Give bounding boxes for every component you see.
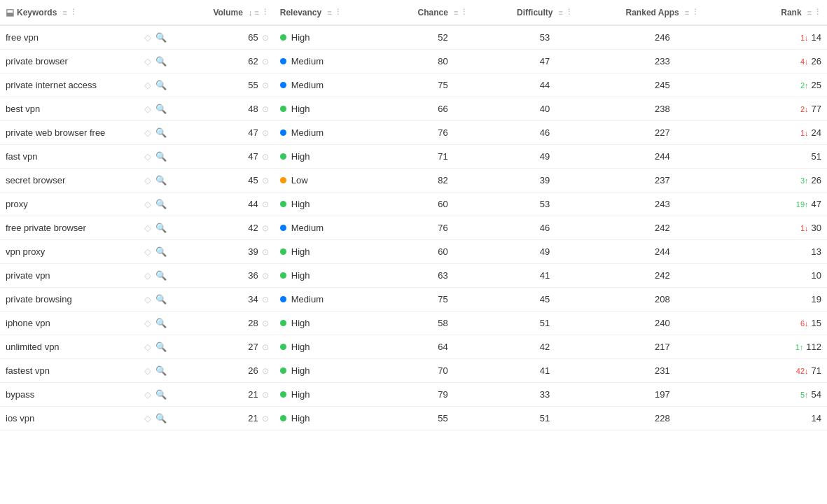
table-row: ios vpn ◇ 🔍 21 ⊙ High 5551228 14	[0, 407, 827, 430]
rank-value: 24	[812, 127, 821, 138]
keyword-hide-icon[interactable]: ◇	[144, 389, 151, 400]
rank-cell: 6↓ 15	[725, 312, 827, 335]
keyword-hide-icon[interactable]: ◇	[144, 104, 151, 114]
rank-value: 47	[812, 199, 821, 209]
chance-value: 71	[438, 151, 447, 162]
keyword-text: private browser	[6, 56, 139, 66]
keyword-hide-icon[interactable]: ◇	[144, 294, 151, 304]
keyword-hide-icon[interactable]: ◇	[144, 199, 151, 209]
difficulty-cell: 33	[490, 383, 600, 407]
keywords-filter-icon[interactable]: ≡	[62, 8, 67, 17]
keyword-search-icon[interactable]: 🔍	[155, 294, 167, 304]
keyword-search-icon[interactable]: 🔍	[155, 389, 167, 400]
keyword-search-icon[interactable]: 🔍	[155, 56, 167, 66]
keyword-hide-icon[interactable]: ◇	[144, 56, 151, 66]
keyword-search-icon[interactable]: 🔍	[155, 80, 167, 90]
keyword-hide-icon[interactable]: ◇	[144, 318, 151, 328]
difficulty-filter-icon[interactable]: ≡	[558, 8, 562, 17]
keyword-search-icon[interactable]: 🔍	[155, 175, 167, 186]
relevancy-cell: High	[274, 240, 396, 264]
col-header-volume: Volume ↓ ≡ ⋮	[172, 0, 274, 25]
relevancy-cell: High	[274, 192, 396, 216]
keyword-hide-icon[interactable]: ◇	[144, 32, 151, 43]
keyword-search-icon[interactable]: 🔍	[155, 342, 167, 352]
difficulty-cell: 46	[490, 121, 600, 145]
ranked-value: 245	[655, 80, 670, 90]
keyword-hide-icon[interactable]: ◇	[144, 175, 151, 186]
volume-value: 42	[248, 223, 258, 233]
keyword-hide-icon[interactable]: ◇	[144, 365, 151, 376]
col-volume-label: Volume	[213, 8, 242, 18]
rank-value: 19	[812, 294, 821, 304]
keyword-cell: private web browser free ◇ 🔍	[0, 121, 172, 145]
keyword-search-icon[interactable]: 🔍	[155, 365, 167, 376]
keyword-search-icon[interactable]: 🔍	[155, 104, 167, 114]
difficulty-value: 53	[540, 199, 550, 209]
relevancy-label: High	[291, 365, 310, 376]
volume-cell: 65 ⊙	[172, 25, 274, 50]
keyword-search-icon[interactable]: 🔍	[155, 32, 167, 43]
ranked-value: 197	[655, 389, 670, 400]
difficulty-more-icon[interactable]: ⋮	[565, 8, 573, 17]
rank-cell: 1↓ 14	[725, 25, 827, 50]
ranked-filter-icon[interactable]: ≡	[685, 8, 689, 17]
keyword-hide-icon[interactable]: ◇	[144, 246, 151, 257]
table-row: secret browser ◇ 🔍 45 ⊙ Low 8239237 3↑ 2…	[0, 169, 827, 192]
col-header-relevancy: Relevancy ≡ ⋮	[274, 0, 396, 25]
relevancy-dot	[280, 82, 286, 88]
volume-cell: 21 ⊙	[172, 383, 274, 407]
volume-chart-icon: ⊙	[262, 390, 269, 400]
keyword-search-icon[interactable]: 🔍	[155, 318, 167, 328]
chance-cell: 55	[396, 407, 489, 430]
chance-value: 64	[438, 342, 447, 352]
relevancy-more-icon[interactable]: ⋮	[334, 8, 342, 17]
keyword-search-icon[interactable]: 🔍	[155, 151, 167, 162]
volume-cell: 45 ⊙	[172, 169, 274, 192]
rank-value: 13	[812, 246, 821, 257]
keyword-hide-icon[interactable]: ◇	[144, 270, 151, 281]
ranked-apps-cell: 231	[599, 359, 725, 383]
relevancy-dot	[280, 344, 286, 350]
keyword-hide-icon[interactable]: ◇	[144, 413, 151, 424]
volume-value: 28	[248, 318, 258, 328]
volume-sort-icon[interactable]: ↓	[249, 8, 253, 17]
keyword-hide-icon[interactable]: ◇	[144, 80, 151, 90]
ranked-value: 244	[655, 151, 670, 162]
ranked-more-icon[interactable]: ⋮	[691, 8, 699, 17]
rank-cell: 10	[725, 264, 827, 288]
keywords-more-icon[interactable]: ⋮	[69, 8, 77, 17]
volume-filter-icon[interactable]: ≡	[254, 8, 258, 17]
rank-cell: 5↑ 54	[725, 383, 827, 407]
ranked-value: 231	[655, 365, 670, 376]
keyword-hide-icon[interactable]: ◇	[144, 342, 151, 352]
difficulty-cell: 53	[490, 192, 600, 216]
keyword-hide-icon[interactable]: ◇	[144, 223, 151, 233]
table-row: private web browser free ◇ 🔍 47 ⊙ Medium…	[0, 121, 827, 145]
keyword-hide-icon[interactable]: ◇	[144, 127, 151, 138]
relevancy-filter-icon[interactable]: ≡	[327, 8, 331, 17]
keyword-search-icon[interactable]: 🔍	[155, 246, 167, 257]
difficulty-cell: 41	[490, 359, 600, 383]
relevancy-label: High	[291, 151, 310, 162]
volume-value: 47	[248, 127, 258, 138]
keyword-search-icon[interactable]: 🔍	[155, 413, 167, 424]
keyword-search-icon[interactable]: 🔍	[155, 127, 167, 138]
keyword-text: fast vpn	[6, 151, 139, 162]
rank-filter-icon[interactable]: ≡	[807, 8, 812, 17]
volume-more-icon[interactable]: ⋮	[261, 8, 269, 17]
rank-cell: 19	[725, 288, 827, 312]
relevancy-dot	[280, 296, 286, 302]
chance-cell: 75	[396, 288, 489, 312]
keyword-hide-icon[interactable]: ◇	[144, 151, 151, 162]
keyword-search-icon[interactable]: 🔍	[155, 223, 167, 233]
chance-filter-icon[interactable]: ≡	[454, 8, 458, 17]
relevancy-dot	[280, 415, 286, 421]
rank-more-icon[interactable]: ⋮	[814, 8, 821, 17]
keywords-table: ⬓ Keywords ≡ ⋮ Volume ↓ ≡ ⋮	[0, 0, 827, 430]
chance-more-icon[interactable]: ⋮	[460, 8, 468, 17]
keyword-search-icon[interactable]: 🔍	[155, 270, 167, 281]
difficulty-cell: 51	[490, 407, 600, 430]
volume-cell: 47 ⊙	[172, 145, 274, 169]
keyword-search-icon[interactable]: 🔍	[155, 199, 167, 209]
keyword-cell: private browser ◇ 🔍	[0, 50, 172, 74]
